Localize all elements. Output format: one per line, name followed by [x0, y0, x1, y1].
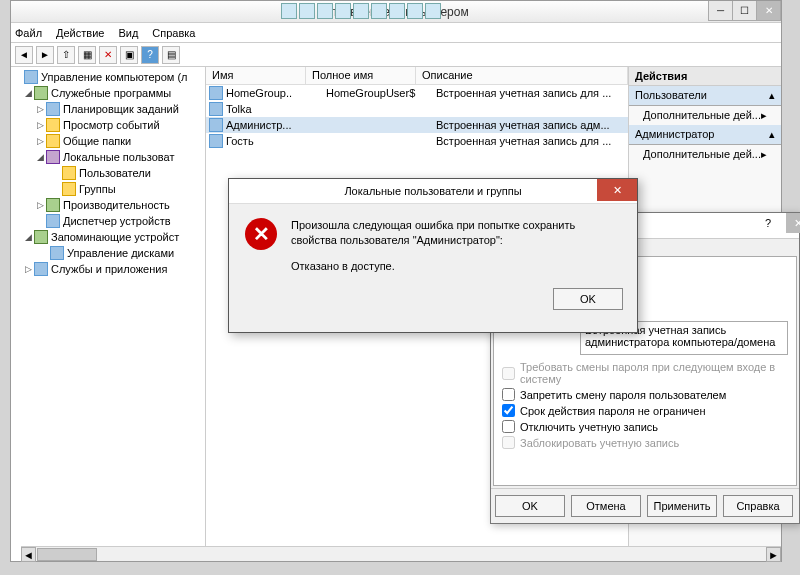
toolbar: ◄ ► ⇧ ▦ ✕ ▣ ? ▤: [11, 43, 781, 67]
scroll-right-button[interactable]: ►: [766, 547, 781, 562]
scroll-thumb[interactable]: [37, 548, 97, 561]
prop-apply-button[interactable]: Применить: [647, 495, 717, 517]
help-button[interactable]: ?: [765, 217, 771, 229]
list-header: Имя Полное имя Описание: [206, 67, 628, 85]
event-icon: [46, 118, 60, 132]
tree-eventvwr[interactable]: ▷Просмотр событий: [11, 117, 205, 133]
list-row[interactable]: ГостьВстроенная учетная запись для ...: [206, 133, 628, 149]
col-name[interactable]: Имя: [206, 67, 306, 84]
folder-icon: [62, 182, 76, 196]
tree-perf[interactable]: ▷Производительность: [11, 197, 205, 213]
chevron-right-icon: ▸: [761, 148, 767, 161]
tree-localusers[interactable]: ◢Локальные пользоват: [11, 149, 205, 165]
user-icon: [209, 134, 223, 148]
prop-close-button[interactable]: ✕: [786, 213, 800, 233]
chk-no-change[interactable]: Запретить смену пароля пользователем: [502, 388, 788, 401]
user-icon: [209, 118, 223, 132]
forward-button[interactable]: ►: [36, 46, 54, 64]
col-desc[interactable]: Описание: [416, 67, 628, 84]
error-title: Локальные пользователи и группы: [344, 185, 521, 197]
menu-action[interactable]: Действие: [56, 27, 104, 39]
list-row[interactable]: Администр...Встроенная учетная запись ад…: [206, 117, 628, 133]
tree-users[interactable]: Пользователи: [11, 165, 205, 181]
prop-help-button[interactable]: Справка: [723, 495, 793, 517]
users-icon: [46, 150, 60, 164]
error-dialog: Локальные пользователи и группы ✕ ✕ Прои…: [228, 178, 638, 333]
actions-section-admin[interactable]: Администратор▴: [629, 125, 781, 145]
services-icon: [34, 262, 48, 276]
close-button[interactable]: ✕: [756, 1, 781, 21]
error-titlebar: Локальные пользователи и группы ✕: [229, 179, 637, 204]
error-close-button[interactable]: ✕: [597, 179, 637, 201]
minimize-button[interactable]: ─: [708, 1, 733, 21]
menu-file[interactable]: Файл: [15, 27, 42, 39]
user-icon: [209, 102, 223, 116]
actions-more-users[interactable]: Дополнительные дей...▸: [629, 106, 781, 125]
menu-bar: Файл Действие Вид Справка: [11, 23, 781, 43]
tree-services[interactable]: ◢Служебные программы: [11, 85, 205, 101]
device-icon: [46, 214, 60, 228]
scroll-left-button[interactable]: ◄: [21, 547, 36, 562]
storage-icon: [34, 230, 48, 244]
tree-devmgr[interactable]: Диспетчер устройств: [11, 213, 205, 229]
perf-icon: [46, 198, 60, 212]
tree-scheduler[interactable]: ▷Планировщик заданий: [11, 101, 205, 117]
actions-section-users[interactable]: Пользователи▴: [629, 86, 781, 106]
h-scrollbar[interactable]: ◄ ►: [21, 546, 781, 561]
clock-icon: [46, 102, 60, 116]
prop-ok-button[interactable]: OK: [495, 495, 565, 517]
tree-services-apps[interactable]: ▷Службы и приложения: [11, 261, 205, 277]
titlebar-icons: [281, 3, 441, 19]
actions-header: Действия: [629, 67, 781, 86]
tools-icon: [34, 86, 48, 100]
folder-icon: [46, 134, 60, 148]
maximize-button[interactable]: ☐: [732, 1, 757, 21]
chk-require-change: Требовать смены пароля при следующем вхо…: [502, 361, 788, 385]
chk-lock: Заблокировать учетную запись: [502, 436, 788, 449]
prop-cancel-button[interactable]: Отмена: [571, 495, 641, 517]
menu-help[interactable]: Справка: [152, 27, 195, 39]
tree-diskmgr[interactable]: Управление дисками: [11, 245, 205, 261]
tree-root[interactable]: Управление компьютером (л: [11, 69, 205, 85]
col-fullname[interactable]: Полное имя: [306, 67, 416, 84]
export-btn[interactable]: ▤: [162, 46, 180, 64]
disk-icon: [50, 246, 64, 260]
list-row[interactable]: Tolka: [206, 101, 628, 117]
chk-disable[interactable]: Отключить учетную запись: [502, 420, 788, 433]
chevron-up-icon: ▴: [769, 128, 775, 141]
menu-view[interactable]: Вид: [118, 27, 138, 39]
tree-shared[interactable]: ▷Общие папки: [11, 133, 205, 149]
copy-btn[interactable]: ▣: [120, 46, 138, 64]
chevron-right-icon: ▸: [761, 109, 767, 122]
up-button[interactable]: ⇧: [57, 46, 75, 64]
chk-never-expires[interactable]: Срок действия пароля не ограничен: [502, 404, 788, 417]
error-icon: ✕: [245, 218, 277, 250]
delete-btn[interactable]: ✕: [99, 46, 117, 64]
user-icon: [209, 86, 223, 100]
tree-storage[interactable]: ◢Запоминающие устройст: [11, 229, 205, 245]
folder-icon: [62, 166, 76, 180]
nav-tree: Управление компьютером (л ◢Служебные про…: [11, 67, 206, 561]
error-ok-button[interactable]: OK: [553, 288, 623, 310]
tree-groups[interactable]: Группы: [11, 181, 205, 197]
titlebar: Управление компьютером ─ ☐ ✕: [11, 1, 781, 23]
actions-more-admin[interactable]: Дополнительные дей...▸: [629, 145, 781, 164]
props-btn[interactable]: ▦: [78, 46, 96, 64]
error-text: Произошла следующая ошибка при попытке с…: [291, 218, 621, 274]
computer-icon: [24, 70, 38, 84]
list-row[interactable]: HomeGroup..HomeGroupUser$Встроенная учет…: [206, 85, 628, 101]
back-button[interactable]: ◄: [15, 46, 33, 64]
chevron-up-icon: ▴: [769, 89, 775, 102]
refresh-btn[interactable]: ?: [141, 46, 159, 64]
